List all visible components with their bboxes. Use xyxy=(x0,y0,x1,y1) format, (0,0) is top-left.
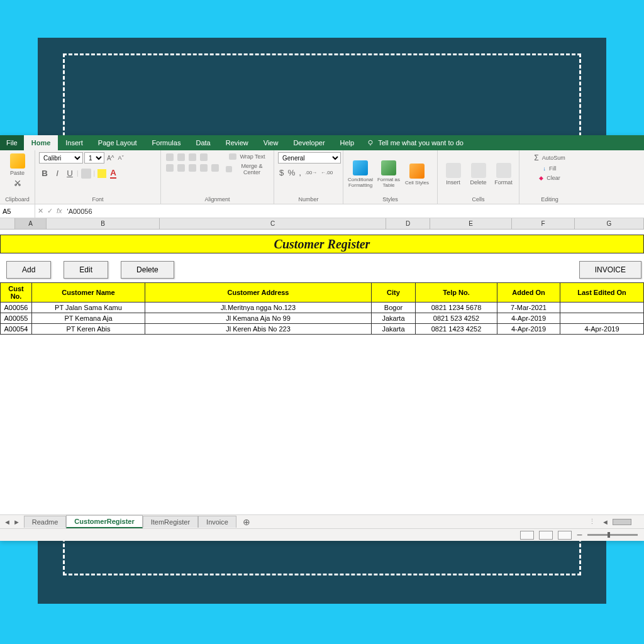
align-right-button[interactable] xyxy=(187,163,197,173)
col-header-b[interactable]: B xyxy=(47,218,160,229)
th-cust-no[interactable]: Cust No. xyxy=(1,283,32,303)
cell-styles-button[interactable]: Cell Styles xyxy=(404,152,430,196)
sheet-tab-customerregister[interactable]: CustomerRegister xyxy=(66,515,142,528)
table-cell[interactable]: 4-Apr-2019 xyxy=(497,324,560,335)
table-cell[interactable]: 7-Mar-2021 xyxy=(497,303,560,313)
page-layout-view-button[interactable] xyxy=(539,531,553,540)
table-cell[interactable]: PT Keren Abis xyxy=(32,324,145,335)
table-cell[interactable] xyxy=(560,313,644,324)
edit-button[interactable]: Edit xyxy=(64,261,108,279)
tab-nav-prev-icon[interactable]: ◄ xyxy=(4,518,11,526)
table-cell[interactable]: 4-Apr-2019 xyxy=(497,313,560,324)
col-header-a[interactable]: A xyxy=(15,218,47,229)
enter-formula-icon[interactable]: ✓ xyxy=(47,207,53,215)
tab-help[interactable]: Help xyxy=(333,135,362,150)
page-break-view-button[interactable] xyxy=(558,531,572,540)
conditional-formatting-button[interactable]: Conditional Formatting xyxy=(347,152,374,196)
decrease-decimal-button[interactable]: ←.00 xyxy=(319,169,334,177)
increase-decimal-button[interactable]: .00→ xyxy=(304,169,318,177)
align-middle-button[interactable] xyxy=(176,152,186,162)
sheet-tab-itemregister[interactable]: ItemRegister xyxy=(143,516,198,528)
autosum-button[interactable]: ΣAutoSum xyxy=(523,152,576,164)
merge-center-button[interactable]: Merge & Center xyxy=(225,162,270,177)
table-cell[interactable]: PT Kemana Aja xyxy=(32,313,145,324)
number-format-select[interactable]: General xyxy=(278,152,341,164)
table-cell[interactable]: PT Jalan Sama Kamu xyxy=(32,303,145,313)
comma-button[interactable]: , xyxy=(297,167,303,179)
fx-icon[interactable]: fx xyxy=(57,207,62,215)
tab-file[interactable]: File xyxy=(0,135,24,150)
align-center-button[interactable] xyxy=(176,163,186,173)
delete-button[interactable]: Delete xyxy=(121,261,174,279)
fill-color-button[interactable] xyxy=(96,168,108,179)
underline-button[interactable]: U xyxy=(64,167,75,179)
table-cell[interactable]: 0821 1234 5678 xyxy=(416,303,497,313)
col-header-g[interactable]: G xyxy=(575,218,644,229)
italic-button[interactable]: I xyxy=(52,167,63,179)
decrease-font-button[interactable]: A˅ xyxy=(116,153,126,162)
increase-font-button[interactable]: A^ xyxy=(106,153,115,163)
name-box[interactable]: A5 xyxy=(0,204,35,218)
tab-view[interactable]: View xyxy=(256,135,286,150)
th-city[interactable]: City xyxy=(372,283,416,303)
table-cell[interactable]: 0821 1423 4252 xyxy=(416,324,497,335)
tab-page-layout[interactable]: Page Layout xyxy=(91,135,145,150)
clear-button[interactable]: ◆Clear xyxy=(523,174,576,182)
table-cell[interactable]: A00055 xyxy=(1,313,32,324)
col-header-e[interactable]: E xyxy=(430,218,512,229)
tab-developer[interactable]: Developer xyxy=(286,135,332,150)
table-cell[interactable]: A00054 xyxy=(1,324,32,335)
cancel-formula-icon[interactable]: ✕ xyxy=(38,207,43,215)
table-cell[interactable]: Jakarta xyxy=(372,324,416,335)
scrollbar-thumb[interactable] xyxy=(613,519,631,525)
border-button[interactable] xyxy=(80,167,92,180)
currency-button[interactable]: $ xyxy=(278,167,285,179)
format-as-table-button[interactable]: Format as Table xyxy=(375,152,402,196)
horizontal-scrollbar[interactable]: ⋮ ◄ xyxy=(257,518,644,526)
th-telp-no[interactable]: Telp No. xyxy=(416,283,497,303)
select-all-corner[interactable] xyxy=(0,218,15,229)
fill-button[interactable]: ↓Fill xyxy=(523,164,576,173)
orientation-button[interactable] xyxy=(199,152,209,162)
col-header-c[interactable]: C xyxy=(160,218,386,229)
table-cell[interactable]: 0821 523 4252 xyxy=(416,313,497,324)
tab-home[interactable]: Home xyxy=(24,135,58,150)
sheet-tab-invoice[interactable]: Invoice xyxy=(198,516,236,528)
wrap-text-button[interactable]: Wrap Text xyxy=(225,152,270,161)
zoom-out-button[interactable]: − xyxy=(577,530,582,541)
table-cell[interactable]: Jl Kemana Aja No 99 xyxy=(145,313,372,324)
insert-cells-button[interactable]: Insert xyxy=(441,152,465,196)
th-last-edited-on[interactable]: Last Edited On xyxy=(560,283,644,303)
sheet-area[interactable]: Customer Register Add Edit Delete INVOIC… xyxy=(0,230,644,514)
col-header-f[interactable]: F xyxy=(512,218,575,229)
align-top-button[interactable] xyxy=(165,152,175,162)
table-cell[interactable]: Jl Keren Abis No 223 xyxy=(145,324,372,335)
align-bottom-button[interactable] xyxy=(187,152,197,162)
table-cell[interactable]: Bogor xyxy=(372,303,416,313)
font-size-select[interactable]: 11 xyxy=(84,152,104,164)
th-customer-name[interactable]: Customer Name xyxy=(32,283,145,303)
bold-button[interactable]: B xyxy=(39,167,50,179)
tab-formulas[interactable]: Formulas xyxy=(145,135,189,150)
add-button[interactable]: Add xyxy=(6,261,51,279)
table-row[interactable]: A00055PT Kemana AjaJl Kemana Aja No 99Ja… xyxy=(1,313,644,324)
col-header-d[interactable]: D xyxy=(386,218,430,229)
th-customer-address[interactable]: Customer Address xyxy=(145,283,372,303)
normal-view-button[interactable] xyxy=(520,531,534,540)
tab-data[interactable]: Data xyxy=(188,135,218,150)
table-cell[interactable]: Jl.Meritnya ngga No.123 xyxy=(145,303,372,313)
paste-button[interactable]: Paste xyxy=(4,152,31,177)
tab-review[interactable]: Review xyxy=(218,135,256,150)
decrease-indent-button[interactable] xyxy=(199,163,209,173)
table-cell[interactable]: Jakarta xyxy=(372,313,416,324)
table-row[interactable]: A00054PT Keren AbisJl Keren Abis No 223J… xyxy=(1,324,644,335)
delete-cells-button[interactable]: Delete xyxy=(467,152,490,196)
zoom-slider[interactable] xyxy=(587,534,638,536)
invoice-button[interactable]: INVOICE xyxy=(579,261,641,279)
cut-icon[interactable] xyxy=(14,179,21,187)
tell-me-search[interactable]: Tell me what you want to do xyxy=(367,139,464,147)
sheet-tab-readme[interactable]: Readme xyxy=(24,516,67,528)
percent-button[interactable]: % xyxy=(286,167,296,179)
add-sheet-button[interactable]: ⊕ xyxy=(236,517,257,527)
table-cell[interactable]: A00056 xyxy=(1,303,32,313)
